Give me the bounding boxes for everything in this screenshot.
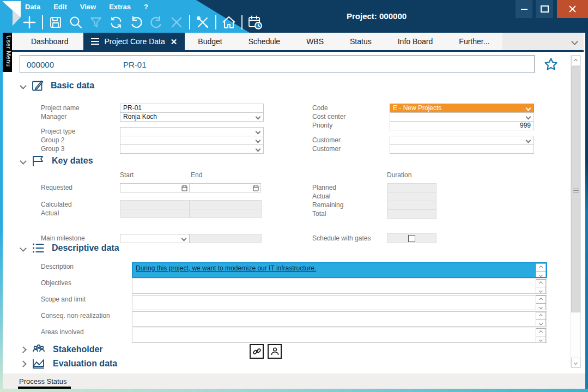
favorite-star-icon[interactable] <box>544 57 558 71</box>
main-milestone-select[interactable] <box>120 234 190 243</box>
scroll-down-button[interactable] <box>571 358 580 367</box>
record-name: PR-01 <box>123 60 147 69</box>
edit-icon <box>31 79 44 92</box>
chevron-down-icon <box>526 114 531 120</box>
spin-up-button[interactable] <box>536 312 546 320</box>
spin-up-button[interactable] <box>536 328 546 336</box>
record-header[interactable]: 000000 PR-01 <box>20 55 535 73</box>
person-button[interactable] <box>268 344 282 359</box>
section-title: Key dates <box>52 156 93 166</box>
minimize-button[interactable] <box>516 0 532 18</box>
tab-further[interactable]: Further... <box>446 33 502 50</box>
menu-edit[interactable]: Edit <box>53 3 67 11</box>
calendar-icon[interactable] <box>181 185 187 191</box>
customer2-label: Customer <box>312 144 390 154</box>
schedule-with-gates-label: Schedule with gates <box>312 233 387 243</box>
calculated-end-field <box>190 200 262 209</box>
tab-status[interactable]: Status <box>337 33 385 50</box>
section-evaluation-data[interactable]: Evaluation data <box>21 357 117 370</box>
chevron-down-icon <box>526 106 531 111</box>
code-select[interactable]: E - New Projects <box>390 104 534 113</box>
spin-down-button[interactable] <box>536 336 546 343</box>
group2-select[interactable] <box>120 136 264 145</box>
add-icon[interactable] <box>22 15 37 30</box>
menu-extras[interactable]: Extras <box>109 3 131 11</box>
cost-center-label: Cost center <box>312 112 390 122</box>
cost-center-select[interactable] <box>390 112 534 122</box>
customer-input[interactable] <box>390 144 534 154</box>
tab-close-icon[interactable]: ✕ <box>171 38 178 46</box>
filter-icon <box>88 15 104 30</box>
calendar-icon[interactable] <box>253 185 259 191</box>
window-right-border <box>585 18 588 392</box>
spin-down-button[interactable] <box>536 287 546 294</box>
areas-involved-spinner <box>536 328 546 343</box>
section-key-dates[interactable]: Key dates <box>21 154 93 167</box>
customer-select[interactable] <box>390 136 534 145</box>
basic-right-column: Code E - New Projects Cost center Priori… <box>312 104 534 154</box>
vertical-scrollbar[interactable] <box>571 55 581 368</box>
priority-input[interactable]: 999 <box>390 121 534 130</box>
requested-start-date-input[interactable] <box>120 183 190 192</box>
priority-label: Priority <box>312 121 390 130</box>
manager-select[interactable]: Ronja Koch <box>120 112 264 122</box>
close-button[interactable] <box>557 0 588 18</box>
refresh-icon[interactable] <box>108 15 124 30</box>
section-title: Descriptive data <box>52 243 119 253</box>
remaining-duration-field <box>387 201 437 210</box>
priority-value: 999 <box>520 122 531 130</box>
scope-textarea[interactable] <box>132 295 547 310</box>
user-menu-tab[interactable]: User Menu <box>3 33 12 72</box>
menu-view[interactable]: View <box>80 3 96 11</box>
planning-calendar-icon[interactable] <box>247 15 263 30</box>
spin-up-button[interactable] <box>536 263 546 272</box>
section-basic-data[interactable]: Basic data <box>21 79 94 92</box>
schedule-with-gates-checkbox[interactable] <box>408 235 415 242</box>
project-type-select[interactable] <box>120 127 264 136</box>
chevron-down-icon <box>539 273 543 277</box>
project-name-input[interactable]: PR-01 <box>120 104 264 113</box>
consequences-spinner <box>536 312 546 327</box>
tab-project-core-data[interactable]: Project Core Data ✕ <box>83 33 185 50</box>
chevron-up-icon <box>539 330 543 334</box>
scrollbar-thumb[interactable] <box>571 66 580 312</box>
menu-help[interactable]: ? <box>144 3 148 11</box>
actual-duration-field <box>387 192 437 201</box>
save-icon[interactable] <box>48 15 63 30</box>
tab-info-board[interactable]: Info Board <box>385 33 446 50</box>
tab-schedule[interactable]: Schedule <box>235 33 293 50</box>
stakeholder-group-icon <box>31 343 46 356</box>
section-descriptive-data[interactable]: Descriptive data <box>21 242 119 255</box>
actual-label: Actual <box>41 209 120 218</box>
search-icon[interactable] <box>68 15 83 30</box>
tab-wbs[interactable]: WBS <box>293 33 337 50</box>
spin-up-button[interactable] <box>536 279 546 287</box>
menu-data[interactable]: Data <box>25 3 40 11</box>
tab-dashboard[interactable]: Dashboard <box>16 33 83 50</box>
maximize-button[interactable] <box>536 0 553 18</box>
undo-icon[interactable] <box>129 15 144 30</box>
home-icon[interactable] <box>221 15 237 30</box>
consequences-textarea[interactable] <box>132 311 547 327</box>
chevron-right-icon <box>20 360 27 367</box>
section-stakeholder[interactable]: Stakeholder <box>21 343 103 356</box>
link-button[interactable] <box>250 344 264 359</box>
tools-icon[interactable] <box>195 15 210 30</box>
spin-down-button[interactable] <box>536 271 546 278</box>
chevron-down-icon[interactable] <box>571 38 578 45</box>
areas-involved-textarea[interactable] <box>132 328 547 343</box>
spin-down-button[interactable] <box>536 319 546 327</box>
chevron-up-icon <box>574 58 578 62</box>
scroll-up-button[interactable] <box>571 56 580 65</box>
total-duration-field <box>387 209 437 219</box>
calculated-start-field <box>120 200 190 209</box>
titlebar: Data Edit View Extras ? <box>0 0 588 33</box>
spin-down-button[interactable] <box>536 303 546 310</box>
group3-select[interactable] <box>120 144 264 154</box>
objectives-textarea[interactable] <box>132 279 547 294</box>
tab-menu-icon[interactable] <box>91 38 99 45</box>
requested-end-date-input[interactable] <box>189 183 261 192</box>
description-textarea[interactable]: During this project, we want to moderniz… <box>132 262 547 278</box>
spin-up-button[interactable] <box>536 295 546 304</box>
tab-budget[interactable]: Budget <box>185 33 235 50</box>
